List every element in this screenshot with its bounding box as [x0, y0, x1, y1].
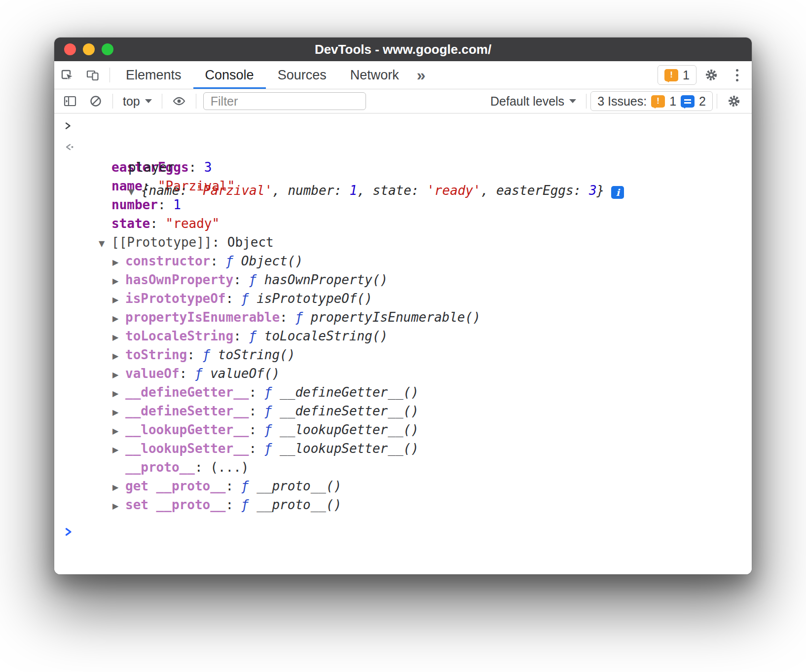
issue-error-bubble-icon: !: [651, 95, 665, 108]
disclosure-right-icon[interactable]: [112, 347, 125, 366]
property-value: ƒ __lookupGetter__(): [264, 422, 419, 437]
property-value: ƒ __lookupSetter__(): [264, 441, 419, 456]
separator: [112, 94, 113, 109]
property-name: valueOf: [125, 366, 180, 381]
disclosure-right-icon[interactable]: [112, 291, 125, 309]
disclosure-right-icon[interactable]: [112, 309, 125, 328]
colon: :: [249, 385, 264, 400]
disclosure-right-icon[interactable]: [112, 403, 125, 422]
disclosure-right-icon[interactable]: [112, 366, 125, 384]
property-name: __lookupGetter__: [125, 422, 249, 437]
property-row-hasownproperty[interactable]: hasOwnProperty: ƒ hasOwnProperty(): [54, 270, 752, 289]
clear-console-button[interactable]: [83, 94, 109, 109]
token-key: easterEggs: [496, 183, 574, 198]
token-punct: ,: [357, 183, 372, 198]
main-toolbar: ElementsConsoleSourcesNetwork » ! 1: [54, 61, 752, 89]
console-filter-input[interactable]: [203, 92, 366, 110]
customize-devtools-button[interactable]: [726, 68, 748, 82]
token-fn: ƒ: [264, 385, 280, 400]
property-row-tostring[interactable]: toString: ƒ toString(): [54, 345, 752, 364]
object-tree: easterEggs: 3name: "Parzival"number: 1st…: [54, 158, 752, 514]
property-row-valueof[interactable]: valueOf: ƒ valueOf(): [54, 364, 752, 383]
property-row-definegetter[interactable]: __defineGetter__: ƒ __defineGetter__(): [54, 383, 752, 402]
console-sidebar-toggle-button[interactable]: [57, 94, 83, 109]
disclosure-right-icon[interactable]: [112, 441, 125, 459]
toggle-device-toolbar-button[interactable]: [80, 61, 106, 89]
property-row-state: state: "ready": [54, 214, 752, 233]
console-settings-button[interactable]: [721, 94, 747, 109]
property-row-constructor[interactable]: constructor: ƒ Object(): [54, 252, 752, 270]
token-fnname: hasOwnProperty(): [264, 272, 388, 287]
property-name: set __proto__: [125, 497, 226, 512]
disclosure-down-icon[interactable]: [99, 234, 111, 253]
property-row-propertyisenumerable[interactable]: propertyIsEnumerable: ƒ propertyIsEnumer…: [54, 308, 752, 327]
colon: :: [249, 441, 264, 456]
disclosure-right-icon[interactable]: [112, 328, 125, 347]
property-row-set-proto[interactable]: set __proto__: ƒ __proto__(): [54, 495, 752, 514]
close-button[interactable]: [64, 43, 76, 55]
colon: :: [212, 235, 227, 250]
token-number: 3: [204, 160, 212, 175]
colon: :: [195, 460, 210, 475]
tab-console[interactable]: Console: [193, 61, 266, 89]
property-row-proto: __proto__: (...): [54, 458, 752, 477]
javascript-context-selector[interactable]: top: [117, 94, 158, 109]
zoom-button[interactable]: [102, 43, 113, 55]
disclosure-right-icon[interactable]: [112, 422, 125, 441]
property-row-tolocalestring[interactable]: toLocaleString: ƒ toLocaleString(): [54, 327, 752, 345]
issues-counter-button[interactable]: 3 Issues: ! 1 2: [590, 91, 713, 111]
token-fnname: __defineGetter__(): [280, 385, 419, 400]
disclosure-right-icon[interactable]: [112, 497, 125, 516]
disclosure-right-icon[interactable]: [112, 253, 125, 272]
console-messages[interactable]: player {name: 'Parzival', number: 1, sta…: [54, 113, 752, 574]
property-row-get-proto[interactable]: get __proto__: ƒ __proto__(): [54, 477, 752, 495]
inspect-element-button[interactable]: [54, 61, 80, 89]
tab-network[interactable]: Network: [338, 61, 411, 89]
block-icon: [88, 94, 103, 109]
disclosure-right-icon[interactable]: [112, 272, 125, 291]
devtools-settings-button[interactable]: [698, 68, 724, 82]
property-row-lookupsetter[interactable]: __lookupSetter__: ƒ __lookupSetter__(): [54, 439, 752, 458]
minimize-button[interactable]: [83, 43, 95, 55]
console-errors-button[interactable]: ! 1: [658, 65, 696, 85]
token-fn: ƒ: [241, 479, 256, 493]
disclosure-down-icon[interactable]: [128, 181, 141, 203]
property-name: __lookupSetter__: [125, 441, 249, 456]
property-value: ƒ __defineSetter__(): [264, 404, 419, 418]
property-row-isprototypeof[interactable]: isPrototypeOf: ƒ isPrototypeOf(): [54, 289, 752, 308]
tab-sources[interactable]: Sources: [266, 61, 338, 89]
property-row-definesetter[interactable]: __defineSetter__: ƒ __defineSetter__(): [54, 402, 752, 420]
property-name: propertyIsEnumerable: [125, 310, 280, 325]
console-result-row[interactable]: {name: 'Parzival', number: 1, state: 're…: [54, 136, 752, 158]
titlebar[interactable]: DevTools - www.google.com/: [54, 37, 752, 61]
token-fnname: __lookupSetter__(): [280, 441, 419, 456]
property-value: ƒ __proto__(): [241, 497, 342, 512]
property-row-prototype[interactable]: [[Prototype]]: Object: [54, 233, 752, 252]
property-value: ƒ propertyIsEnumerable(): [295, 310, 480, 325]
tab-elements[interactable]: Elements: [114, 61, 193, 89]
property-value: ƒ __proto__(): [241, 479, 342, 493]
colon: :: [226, 291, 241, 306]
info-icon[interactable]: i: [611, 186, 624, 199]
devtools-window: DevTools - www.google.com/ ElementsConso…: [54, 37, 752, 574]
separator: [717, 94, 717, 109]
create-live-expression-button[interactable]: [166, 94, 192, 109]
kebab-icon: [736, 74, 738, 76]
log-levels-selector[interactable]: Default levels: [484, 94, 582, 109]
object-preview: {name: 'Parzival', number: 1, state: 're…: [141, 183, 604, 198]
chevron-down-icon: [569, 99, 576, 103]
more-tabs-button[interactable]: »: [411, 61, 432, 89]
issue-message-count: 2: [699, 94, 706, 109]
token-punct: :: [411, 183, 427, 198]
console-prompt[interactable]: [54, 522, 752, 542]
disclosure-right-icon[interactable]: [112, 478, 125, 497]
prompt-chevron-icon: [64, 527, 73, 536]
device-toolbar-icon: [85, 68, 100, 82]
colon: :: [280, 310, 295, 325]
property-name: state: [111, 216, 150, 231]
token-fn: ƒ: [249, 329, 264, 343]
property-row-lookupgetter[interactable]: __lookupGetter__: ƒ __lookupGetter__(): [54, 420, 752, 439]
token-brace: {: [141, 183, 149, 198]
token-brace: }: [597, 183, 605, 198]
disclosure-right-icon[interactable]: [112, 384, 125, 403]
